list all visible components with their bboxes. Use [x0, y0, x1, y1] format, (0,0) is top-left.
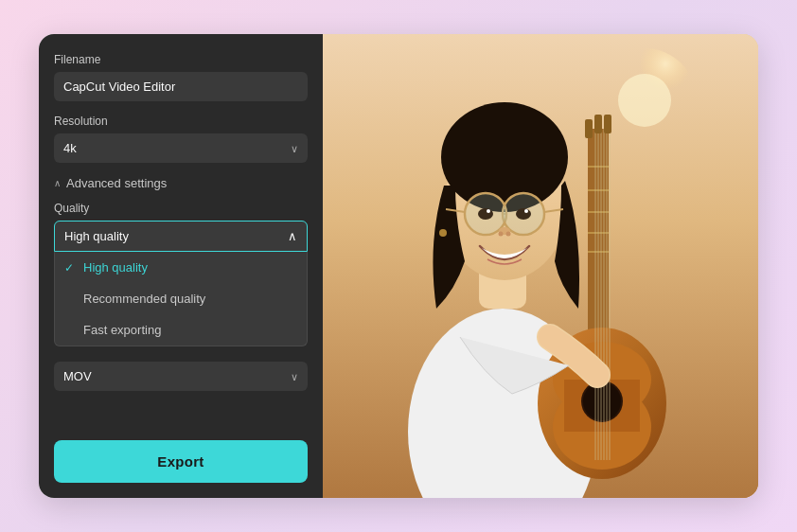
right-panel — [323, 34, 758, 498]
quality-dropdown-header[interactable]: High quality ∧ — [54, 221, 308, 252]
svg-point-33 — [583, 382, 621, 420]
quality-selected-value: High quality — [64, 229, 129, 243]
svg-point-16 — [487, 209, 490, 213]
quality-option-high-label: High quality — [83, 260, 148, 275]
svg-rect-41 — [594, 115, 602, 133]
svg-rect-42 — [604, 115, 611, 133]
left-panel: Filename Resolution 720p 1080p 2k 4k ∨ ∧… — [39, 34, 323, 498]
filename-label: Filename — [54, 53, 308, 66]
svg-point-17 — [524, 209, 528, 213]
quality-option-high[interactable]: ✓ High quality — [55, 252, 307, 283]
filename-input[interactable] — [54, 72, 308, 101]
format-select[interactable]: MOV MP4 AVI GIF — [54, 362, 308, 391]
quality-option-fast-label: Fast exporting — [83, 323, 161, 337]
advanced-settings-toggle[interactable]: ∧ Advanced settings — [54, 176, 308, 190]
format-select-wrapper: MOV MP4 AVI GIF ∨ — [54, 362, 308, 391]
svg-rect-40 — [585, 119, 593, 138]
quality-label: Quality — [54, 202, 308, 215]
export-button[interactable]: Export — [54, 440, 308, 483]
advanced-settings-label: Advanced settings — [66, 176, 167, 190]
advanced-chevron-up-icon: ∧ — [54, 178, 61, 188]
resolution-select[interactable]: 720p 1080p 2k 4k — [54, 133, 308, 163]
quality-options-list: ✓ High quality Recommended quality Fast … — [54, 252, 308, 346]
quality-option-recommended[interactable]: Recommended quality — [55, 283, 307, 314]
svg-point-15 — [516, 208, 531, 220]
svg-point-19 — [499, 232, 504, 237]
svg-point-6 — [441, 102, 568, 212]
svg-point-21 — [439, 229, 447, 237]
quality-option-recommended-label: Recommended quality — [83, 292, 205, 306]
quality-chevron-up-icon: ∧ — [288, 229, 297, 243]
quality-option-fast[interactable]: Fast exporting — [55, 314, 307, 346]
svg-point-2 — [618, 74, 671, 127]
app-container: Filename Resolution 720p 1080p 2k 4k ∨ ∧… — [39, 34, 758, 498]
photo-content — [323, 34, 758, 498]
resolution-select-wrapper: 720p 1080p 2k 4k ∨ — [54, 133, 308, 163]
quality-dropdown: High quality ∧ ✓ High quality Recommende… — [54, 221, 308, 346]
svg-point-20 — [506, 232, 511, 237]
quality-checkmark-icon: ✓ — [64, 261, 74, 275]
svg-point-14 — [478, 208, 493, 220]
resolution-label: Resolution — [54, 115, 308, 128]
